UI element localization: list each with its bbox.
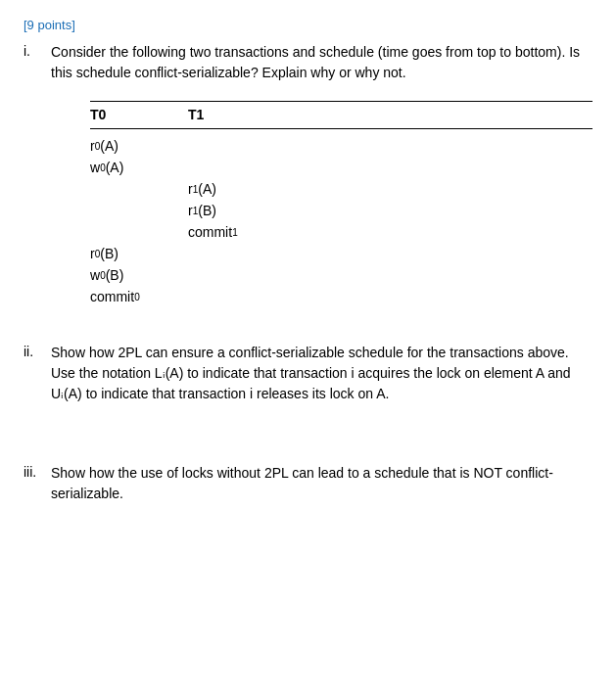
schedule-body: r0(A) w0(A) r1( xyxy=(90,135,592,307)
question-i-label: i. xyxy=(24,42,51,325)
question-ii-text: Show how 2PL can ensure a conflict-seria… xyxy=(51,343,592,404)
row8-t0: commit0 xyxy=(90,287,188,307)
question-iii-label: iii. xyxy=(24,463,51,504)
row4-t1: r1(B) xyxy=(188,201,286,221)
question-i-content: Consider the following two transactions … xyxy=(51,42,592,325)
question-i: i. Consider the following two transactio… xyxy=(24,42,592,325)
schedule-row-3: r1(A) xyxy=(90,178,592,200)
points-label: [9 points] xyxy=(24,18,592,32)
schedule-row-8: commit0 xyxy=(90,286,592,307)
question-iii: iii. Show how the use of locks without 2… xyxy=(24,463,592,504)
schedule-row-2: w0(A) xyxy=(90,157,592,178)
row2-t0: w0(A) xyxy=(90,158,188,178)
question-iii-content: Show how the use of locks without 2PL ca… xyxy=(51,463,592,504)
question-ii-label: ii. xyxy=(24,343,51,404)
row3-t1: r1(A) xyxy=(188,179,286,200)
row7-t0: w0(B) xyxy=(90,265,188,286)
header-t1: T1 xyxy=(188,105,286,125)
question-i-text: Consider the following two transactions … xyxy=(51,42,592,83)
schedule-row-6: r0(B) xyxy=(90,243,592,264)
row5-t1: commit1 xyxy=(188,222,286,243)
schedule-row-5: commit1 xyxy=(90,221,592,243)
schedule-row-4: r1(B) xyxy=(90,200,592,221)
question-ii-content: Show how 2PL can ensure a conflict-seria… xyxy=(51,343,592,404)
header-t0: T0 xyxy=(90,105,188,125)
row1-t0: r0(A) xyxy=(90,136,188,157)
row6-t0: r0(B) xyxy=(90,244,188,264)
schedule-table: T0 T1 r0(A) w0(A) xyxy=(90,101,592,307)
schedule-row-1: r0(A) xyxy=(90,135,592,157)
schedule-header: T0 T1 xyxy=(90,101,592,129)
question-iii-text: Show how the use of locks without 2PL ca… xyxy=(51,463,592,504)
schedule-row-7: w0(B) xyxy=(90,264,592,286)
question-ii: ii. Show how 2PL can ensure a conflict-s… xyxy=(24,343,592,404)
